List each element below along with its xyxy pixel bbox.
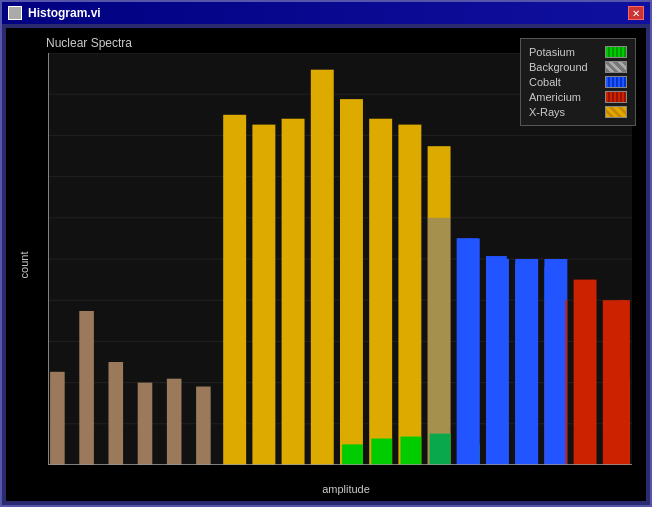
legend-label-xrays: X-Rays	[529, 106, 599, 118]
svg-rect-74	[223, 115, 246, 465]
main-window: Histogram.vi ✕ Potasium Background Cobal…	[0, 0, 652, 507]
chart-title: Nuclear Spectra	[46, 36, 132, 50]
chart-area: Potasium Background Cobalt Americium X-R…	[6, 28, 646, 501]
legend-item-potasium: Potasium	[529, 46, 627, 58]
svg-rect-70	[340, 99, 363, 465]
svg-rect-76	[371, 439, 392, 465]
svg-rect-75	[342, 444, 363, 465]
svg-rect-50	[196, 387, 211, 465]
svg-rect-67	[252, 125, 275, 465]
svg-rect-92	[544, 267, 565, 465]
window-icon	[8, 6, 22, 20]
svg-rect-91	[515, 264, 536, 465]
x-axis-label: amplitude	[61, 483, 631, 495]
svg-rect-69	[311, 70, 334, 465]
svg-rect-88	[619, 300, 629, 465]
legend-color-americium	[605, 91, 627, 103]
legend-color-xrays	[605, 106, 627, 118]
svg-rect-90	[486, 256, 507, 465]
legend-label-americium: Americium	[529, 91, 599, 103]
legend-color-cobalt	[605, 76, 627, 88]
svg-rect-47	[108, 362, 123, 465]
svg-rect-71	[369, 119, 392, 465]
legend-item-cobalt: Cobalt	[529, 76, 627, 88]
svg-rect-49	[167, 379, 182, 465]
y-axis-label: count	[18, 251, 30, 278]
svg-rect-86	[574, 280, 597, 465]
svg-rect-48	[138, 383, 153, 465]
svg-rect-46	[79, 311, 94, 465]
svg-rect-89	[457, 238, 478, 465]
window-title: Histogram.vi	[28, 6, 101, 20]
legend-color-background	[605, 61, 627, 73]
title-bar-left: Histogram.vi	[8, 6, 101, 20]
legend-item-americium: Americium	[529, 91, 627, 103]
svg-rect-68	[282, 119, 305, 465]
legend-item-xrays: X-Rays	[529, 106, 627, 118]
close-button[interactable]: ✕	[628, 6, 644, 20]
svg-rect-72	[398, 125, 421, 465]
svg-rect-84	[428, 218, 451, 465]
legend: Potasium Background Cobalt Americium X-R…	[520, 38, 636, 126]
svg-rect-77	[400, 437, 421, 465]
title-bar: Histogram.vi ✕	[2, 2, 650, 24]
legend-label-background: Background	[529, 61, 599, 73]
legend-label-potasium: Potasium	[529, 46, 599, 58]
legend-label-cobalt: Cobalt	[529, 76, 599, 88]
legend-item-background: Background	[529, 61, 627, 73]
legend-color-potasium	[605, 46, 627, 58]
